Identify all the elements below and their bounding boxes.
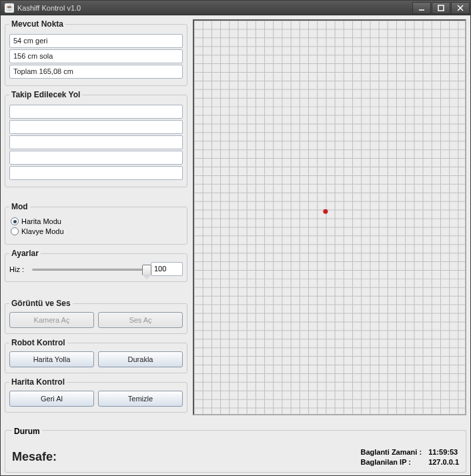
pause-button[interactable]: Durakla — [98, 351, 183, 367]
section-robot-control: Robot Kontrol Harita Yolla Durakla — [5, 338, 187, 373]
camera-button[interactable]: Kamera Aç — [9, 312, 94, 328]
legend-path: Takip Edilecek Yol — [9, 90, 82, 99]
map-canvas[interactable] — [193, 19, 466, 415]
window-title: Kashiff Kontrol v1.0 — [17, 4, 412, 12]
conn-time-label: Baglanti Zamani : — [360, 448, 422, 456]
conn-ip-value: 127.0.0.1 — [428, 458, 459, 466]
legend-status: Durum — [12, 427, 42, 436]
sound-button[interactable]: Ses Aç — [98, 312, 183, 328]
section-settings: Ayarlar Hiz : 100 — [5, 249, 187, 282]
current-point-total[interactable]: Toplam 165,08 cm — [9, 65, 183, 79]
slider-thumb[interactable] — [142, 265, 151, 275]
legend-robot-control: Robot Kontrol — [9, 338, 67, 347]
client-area: Mevcut Nokta 54 cm geri 156 cm sola Topl… — [1, 15, 470, 475]
legend-video-audio: Görüntü ve Ses — [9, 299, 73, 308]
section-mode: Mod Harita Modu Klavye Modu — [5, 202, 187, 245]
app-window: ☕ Kashiff Kontrol v1.0 Mevcut Nokta 54 c… — [0, 0, 471, 476]
path-field-1[interactable] — [9, 105, 183, 119]
close-button[interactable] — [451, 2, 470, 14]
titlebar[interactable]: ☕ Kashiff Kontrol v1.0 — [1, 1, 470, 15]
map-dot — [323, 209, 328, 214]
path-field-5[interactable] — [9, 166, 183, 180]
radio-icon — [11, 217, 19, 225]
window-buttons — [412, 2, 470, 14]
conn-ip-label: Baglanilan IP : — [360, 458, 422, 466]
conn-time-value: 11:59:53 — [428, 448, 459, 456]
clear-button[interactable]: Temizle — [98, 391, 183, 407]
radio-label-map: Harita Modu — [21, 217, 61, 225]
slider-track — [32, 269, 147, 271]
legend-mode: Mod — [9, 202, 30, 211]
radio-icon — [11, 227, 19, 235]
section-current-point: Mevcut Nokta 54 cm geri 156 cm sola Topl… — [5, 19, 187, 86]
undo-button[interactable]: Geri Al — [9, 391, 94, 407]
send-map-button[interactable]: Harita Yolla — [9, 351, 94, 367]
speed-label: Hiz : — [9, 265, 28, 273]
radio-map-mode[interactable]: Harita Modu — [11, 217, 181, 225]
maximize-button[interactable] — [432, 2, 450, 14]
current-point-left[interactable]: 156 cm sola — [9, 49, 183, 63]
radio-label-keyboard: Klavye Modu — [21, 227, 64, 235]
section-path: Takip Edilecek Yol — [5, 90, 187, 187]
legend-current-point: Mevcut Nokta — [9, 19, 65, 29]
section-map-control: Harita Kontrol Geri Al Temizle — [5, 377, 187, 413]
right-panel — [193, 19, 466, 415]
legend-settings: Ayarlar — [9, 249, 41, 258]
section-video-audio: Görüntü ve Ses Kamera Aç Ses Aç — [5, 299, 187, 334]
svg-rect-0 — [438, 5, 444, 11]
path-field-4[interactable] — [9, 151, 183, 165]
speed-value-field[interactable]: 100 — [151, 262, 183, 276]
path-field-2[interactable] — [9, 120, 183, 134]
legend-map-control: Harita Kontrol — [9, 377, 67, 387]
radio-keyboard-mode[interactable]: Klavye Modu — [11, 227, 181, 235]
left-panel: Mevcut Nokta 54 cm geri 156 cm sola Topl… — [5, 19, 187, 415]
current-point-back[interactable]: 54 cm geri — [9, 34, 183, 48]
status-section: Durum Mesafe: Baglanti Zamani : 11:59:53… — [5, 430, 466, 473]
grid-svg — [194, 21, 465, 414]
minimize-button[interactable] — [412, 2, 431, 14]
path-field-3[interactable] — [9, 135, 183, 149]
java-icon: ☕ — [5, 3, 14, 13]
speed-slider[interactable] — [32, 263, 147, 275]
distance-label: Mesafe: — [12, 450, 57, 464]
